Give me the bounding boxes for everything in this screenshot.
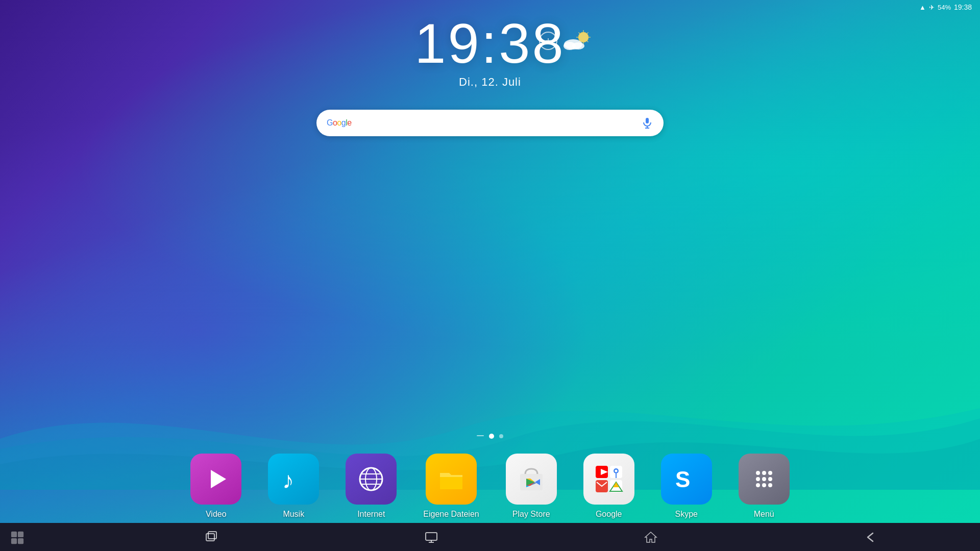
mic-icon[interactable] <box>639 115 655 131</box>
svg-rect-53 <box>208 532 216 539</box>
internet-icon <box>346 454 397 505</box>
app-eigene-dateien[interactable]: Eigene Dateien <box>423 454 479 519</box>
dock: Video ♪ Musik Internet <box>0 454 980 523</box>
svg-point-43 <box>762 477 766 481</box>
home-button[interactable] <box>641 527 661 547</box>
svg-rect-12 <box>646 118 649 123</box>
app-menu[interactable]: Menü <box>739 454 790 519</box>
svg-rect-22 <box>440 477 462 489</box>
svg-rect-48 <box>11 532 17 537</box>
status-bar: ▲ ✈ 54% 19:38 <box>911 0 980 14</box>
svg-line-7 <box>587 33 589 34</box>
svg-rect-52 <box>206 534 214 541</box>
svg-point-44 <box>768 477 772 481</box>
svg-point-42 <box>756 477 760 481</box>
svg-point-47 <box>768 483 772 487</box>
app-play-store[interactable]: Play Store <box>506 454 557 519</box>
svg-line-5 <box>579 33 580 34</box>
svg-point-46 <box>762 483 766 487</box>
svg-rect-54 <box>426 533 437 540</box>
svg-rect-51 <box>18 538 23 544</box>
dateien-label: Eigene Dateien <box>423 510 479 519</box>
page-indicator-0[interactable] <box>477 435 484 436</box>
svg-line-6 <box>587 41 589 42</box>
dateien-icon <box>426 454 477 505</box>
google-logo: Google <box>327 118 352 128</box>
back-button[interactable] <box>860 527 880 547</box>
internet-label: Internet <box>357 510 385 519</box>
airplane-icon: ✈ <box>929 4 935 11</box>
svg-point-11 <box>572 42 584 49</box>
status-time: 19:38 <box>954 3 972 11</box>
page-indicator-1[interactable] <box>489 434 494 439</box>
skype-icon: S <box>661 454 712 505</box>
svg-point-39 <box>756 471 760 475</box>
search-input[interactable] <box>356 118 639 128</box>
search-bar[interactable]: Google <box>316 110 664 136</box>
musik-icon: ♪ <box>268 454 319 505</box>
nav-bar <box>0 523 980 551</box>
page-indicators <box>477 434 503 439</box>
playstore-icon <box>506 454 557 505</box>
app-video[interactable]: Video <box>190 454 241 519</box>
app-musik[interactable]: ♪ Musik <box>268 454 319 519</box>
svg-rect-49 <box>18 532 23 537</box>
google-app-icon <box>583 454 634 505</box>
musik-label: Musik <box>283 510 304 519</box>
svg-marker-15 <box>211 470 226 488</box>
app-internet[interactable]: Internet <box>346 454 397 519</box>
battery-indicator: 54% <box>938 4 951 11</box>
svg-text:♪: ♪ <box>282 467 294 493</box>
menu-icon <box>739 454 790 505</box>
weather-add-button[interactable]: + <box>539 32 557 50</box>
playstore-label: Play Store <box>512 510 550 519</box>
svg-point-33 <box>615 470 617 472</box>
notification-icon <box>10 531 24 547</box>
wifi-icon: ▲ <box>919 4 926 11</box>
clock-date: Di., 12. Juli <box>414 76 565 89</box>
app-google[interactable]: Google <box>583 454 634 519</box>
weather-icon <box>560 28 596 54</box>
google-label: Google <box>596 510 622 519</box>
skype-label: Skype <box>675 510 697 519</box>
video-icon <box>190 454 241 505</box>
menu-label: Menü <box>754 510 774 519</box>
screen-button[interactable] <box>421 527 442 547</box>
svg-rect-50 <box>11 538 17 544</box>
weather-widget[interactable]: + <box>539 28 596 54</box>
svg-text:S: S <box>675 467 690 492</box>
svg-point-41 <box>768 471 772 475</box>
page-indicator-2[interactable] <box>499 434 503 438</box>
recent-apps-button[interactable] <box>202 527 222 547</box>
app-skype[interactable]: S Skype <box>661 454 712 519</box>
svg-point-45 <box>756 483 760 487</box>
svg-point-40 <box>762 471 766 475</box>
video-label: Video <box>206 510 227 519</box>
